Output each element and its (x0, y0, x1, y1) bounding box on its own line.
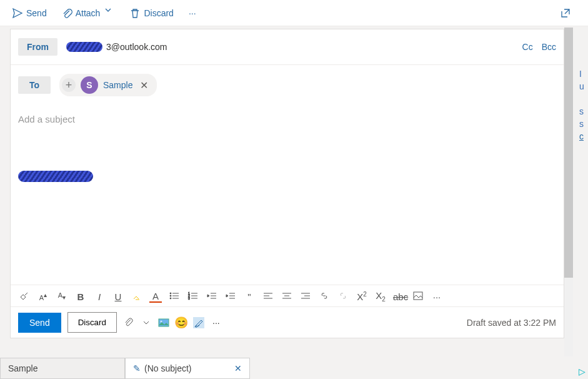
font-color-button[interactable]: A (149, 291, 162, 303)
recipient-name: Sample (103, 80, 132, 90)
more-format-button[interactable]: ··· (431, 291, 443, 302)
align-left-button[interactable] (262, 291, 274, 302)
subscript-button[interactable]: X2 (374, 290, 387, 303)
outdent-button[interactable] (206, 291, 218, 302)
to-tag[interactable]: To (18, 76, 51, 94)
superscript-button[interactable]: X2 (356, 291, 368, 302)
svg-point-2 (170, 298, 171, 299)
indent-button[interactable] (224, 291, 237, 302)
highlight-button[interactable] (131, 291, 143, 303)
strikethrough-button[interactable]: abc (393, 291, 406, 302)
scroll-thumb[interactable] (564, 28, 573, 278)
tab-bar: Sample ✎ (No subject) ✕ (0, 358, 588, 379)
format-painter-icon[interactable] (18, 291, 31, 303)
from-address[interactable]: 3@outlook.com (66, 42, 167, 52)
discard-top-label: Discard (144, 8, 173, 18)
bulleted-list-button[interactable] (168, 291, 181, 302)
from-tag[interactable]: From (18, 38, 57, 56)
svg-rect-6 (414, 292, 422, 300)
tab-sample[interactable]: Sample (0, 358, 125, 379)
tab-label: Sample (8, 363, 37, 373)
send-icon (12, 8, 22, 18)
quote-button[interactable]: " (243, 291, 256, 302)
message-body[interactable] (11, 133, 564, 285)
attach-inline-button[interactable] (123, 317, 134, 328)
insert-picture-button[interactable] (158, 317, 169, 328)
top-toolbar: Send Attach Discard ··· (0, 0, 588, 26)
attach-button[interactable]: Attach (57, 4, 121, 22)
scrollbar[interactable] (564, 28, 573, 356)
sidebar-cutoff: Iussc (576, 68, 588, 143)
italic-button[interactable]: I (93, 291, 106, 302)
more-top-button[interactable]: ··· (184, 4, 201, 22)
svg-rect-7 (159, 319, 169, 326)
more-actions-button[interactable]: ··· (211, 317, 222, 328)
font-size-down-icon[interactable]: A▾ (56, 291, 68, 301)
numbered-list-button[interactable]: 123 (187, 291, 199, 302)
send-button[interactable]: Send (18, 313, 61, 333)
format-toolbar: A▴ A▾ B I U A 123 " X2 X2 abc ··· (11, 285, 564, 306)
trash-icon (130, 8, 140, 18)
recipient-chip[interactable]: + S Sample ✕ (59, 74, 157, 96)
cc-button[interactable]: Cc (522, 42, 533, 52)
send-top-label: Send (26, 8, 47, 18)
compose-panel: From 3@outlook.com Cc Bcc To + S Sample … (10, 29, 564, 338)
popout-icon (561, 8, 571, 18)
action-bar: Send Discard 😊 ··· Draft saved at 3:22 P… (11, 306, 564, 338)
emoji-button[interactable]: 😊 (176, 317, 187, 328)
play-icon[interactable]: ▷ (579, 366, 586, 376)
attach-dropdown-icon[interactable] (141, 317, 152, 328)
tab-draft[interactable]: ✎ (No subject) ✕ (125, 358, 250, 379)
unlink-button[interactable] (337, 291, 349, 302)
avatar: S (81, 76, 98, 94)
draft-status: Draft saved at 3:22 PM (467, 318, 556, 328)
redacted-signature (18, 171, 93, 182)
bold-button[interactable]: B (74, 291, 87, 302)
ellipsis-icon: ··· (189, 8, 196, 18)
svg-text:3: 3 (188, 296, 190, 300)
underline-button[interactable]: U (112, 291, 124, 302)
bcc-button[interactable]: Bcc (542, 42, 556, 52)
link-button[interactable] (318, 291, 331, 302)
align-center-button[interactable] (281, 291, 293, 302)
chevron-down-icon (105, 8, 115, 18)
discard-button[interactable]: Discard (67, 312, 117, 333)
pencil-icon: ✎ (133, 363, 141, 373)
from-row: From 3@outlook.com Cc Bcc (11, 29, 564, 64)
paperclip-icon (62, 8, 72, 18)
redacted-name (66, 42, 102, 52)
plus-icon: + (62, 78, 76, 92)
popout-button[interactable] (556, 4, 576, 22)
tab-label: (No subject) (144, 363, 191, 373)
font-size-up-icon[interactable]: A▴ (37, 291, 49, 301)
svg-point-0 (170, 293, 171, 294)
subject-input[interactable] (11, 105, 564, 133)
to-row: To + S Sample ✕ (11, 64, 564, 105)
attach-label: Attach (76, 8, 101, 18)
discard-top-button[interactable]: Discard (125, 4, 178, 22)
from-suffix: 3@outlook.com (106, 42, 167, 52)
signature-button[interactable] (193, 317, 204, 328)
remove-recipient-button[interactable]: ✕ (137, 79, 151, 91)
svg-point-1 (170, 295, 171, 296)
align-right-button[interactable] (299, 291, 312, 302)
send-top-button[interactable]: Send (7, 4, 52, 22)
close-tab-button[interactable]: ✕ (234, 363, 242, 373)
insert-image-button[interactable] (412, 291, 424, 302)
